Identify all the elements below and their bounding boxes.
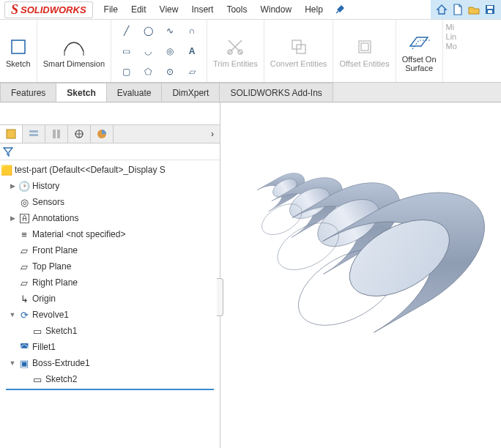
tree-origin[interactable]: ↳Origin	[0, 291, 220, 307]
expand-icon[interactable]: ▶	[7, 214, 18, 222]
cm-tab-sketch[interactable]: Sketch	[56, 83, 106, 102]
panel-tab-config[interactable]	[45, 125, 68, 143]
ribbon-smart-dimension[interactable]: Smart Dimension	[37, 20, 111, 82]
fillet-icon: ◚	[18, 342, 31, 353]
feature-tree: 🟨test-part (Default<<Default>_Display S …	[0, 160, 220, 448]
polygon-tool-icon[interactable]: ⬠	[138, 62, 158, 81]
pin-icon[interactable]	[330, 4, 352, 16]
menu-edit[interactable]: Edit	[125, 0, 153, 19]
offset-icon	[355, 34, 374, 59]
tree-history[interactable]: ▶🕑History	[0, 178, 220, 194]
model-render	[220, 102, 501, 448]
menu-help[interactable]: Help	[298, 0, 330, 19]
origin-icon: ↳	[18, 294, 31, 305]
tree-fillet1[interactable]: ◚Fillet1	[0, 339, 220, 355]
ribbon-offset-label: Offset Entities	[339, 59, 389, 68]
tree-sketch2[interactable]: ▭Sketch2	[0, 371, 220, 387]
tree-sensors[interactable]: ◎Sensors	[0, 194, 220, 210]
cm-tab-features[interactable]: Features	[0, 83, 56, 102]
funnel-icon	[3, 146, 13, 157]
plane-icon: ▱	[18, 245, 31, 256]
collapse-icon[interactable]: ▼	[7, 359, 18, 367]
point-tool-icon[interactable]: ⊙	[160, 62, 180, 81]
tree-right-plane[interactable]: ▱Right Plane	[0, 275, 220, 291]
menu-view[interactable]: View	[153, 0, 185, 19]
menu-insert[interactable]: Insert	[185, 0, 220, 19]
plane-icon: ▱	[18, 277, 31, 288]
cm-tab-addins[interactable]: SOLIDWORKS Add-Ins	[219, 83, 333, 102]
panel-tab-display[interactable]	[91, 125, 114, 143]
menu-tools[interactable]: Tools	[220, 0, 253, 19]
tree-annotations[interactable]: ▶🄰Annotations	[0, 210, 220, 226]
svg-rect-3	[488, 10, 492, 13]
ribbon-side-stack: Mi Lin Mo	[443, 20, 457, 82]
menu-window[interactable]: Window	[253, 0, 298, 19]
offset-surface-icon	[408, 30, 430, 55]
cm-tab-evaluate[interactable]: Evaluate	[106, 83, 163, 102]
ribbon-sketch-label: Sketch	[6, 59, 31, 68]
tree-front-plane[interactable]: ▱Front Plane	[0, 242, 220, 258]
circle-tool-icon[interactable]: ◯	[138, 21, 158, 40]
panel-tab-property[interactable]	[23, 125, 45, 143]
ribbon-offset-surface[interactable]: Offset On Surface	[396, 20, 443, 82]
slot-tool-icon[interactable]: ▢	[116, 62, 136, 81]
ellipse-tool-icon[interactable]: ◎	[160, 42, 180, 61]
panel-tab-more-icon[interactable]: ›	[205, 129, 220, 139]
curve-tool-icon[interactable]: ∩	[182, 21, 202, 40]
svg-rect-16	[53, 130, 56, 138]
sketch-item-icon: ▭	[31, 374, 44, 385]
trim-icon	[226, 34, 245, 59]
menu-file[interactable]: File	[97, 0, 125, 19]
rect-tool-icon[interactable]: ▭	[116, 42, 136, 61]
expand-icon[interactable]: ▶	[7, 182, 18, 190]
tree-root[interactable]: 🟨test-part (Default<<Default>_Display S	[0, 162, 220, 178]
cm-tab-dimxpert[interactable]: DimXpert	[161, 83, 220, 102]
material-icon: ≡	[18, 229, 31, 240]
tree-top-plane[interactable]: ▱Top Plane	[0, 258, 220, 275]
ribbon-convert[interactable]: Convert Entities	[264, 20, 334, 82]
sketch-icon	[8, 34, 29, 59]
ribbon-offsurf-l1: Offset On	[402, 55, 437, 64]
save-icon[interactable]	[482, 1, 498, 18]
smart-dimension-icon	[62, 34, 86, 59]
brand-text: SOLIDWORKS	[21, 4, 86, 15]
panel-collapse-handle[interactable]	[217, 278, 223, 316]
tree-boss-extrude1[interactable]: ▼▣Boss-Extrude1	[0, 355, 220, 371]
side-move[interactable]: Mo	[446, 42, 457, 51]
extrude-icon: ▣	[18, 358, 31, 369]
side-mirror[interactable]: Mi	[446, 23, 457, 32]
ribbon-smartdim-label: Smart Dimension	[43, 59, 105, 68]
ribbon-convert-label: Convert Entities	[270, 59, 327, 68]
svg-rect-2	[487, 6, 493, 9]
home-icon[interactable]	[434, 1, 450, 18]
revolve-icon: ⟳	[18, 310, 31, 321]
text-tool-icon[interactable]: A	[182, 42, 202, 61]
open-icon[interactable]	[466, 1, 482, 18]
svg-rect-4	[12, 40, 25, 53]
line-tool-icon[interactable]: ╱	[116, 21, 136, 40]
ribbon-sketch[interactable]: Sketch	[0, 20, 37, 82]
arc-tool-icon[interactable]: ◡	[138, 42, 158, 61]
tree-material[interactable]: ≡Material <not specified>	[0, 226, 220, 242]
svg-rect-13	[7, 130, 15, 138]
filter-row[interactable]	[0, 143, 220, 160]
svg-rect-14	[29, 130, 38, 132]
svg-rect-12	[361, 43, 368, 51]
spline-tool-icon[interactable]: ∿	[160, 21, 180, 40]
sensors-icon: ◎	[18, 197, 31, 208]
rollback-bar[interactable]	[6, 389, 214, 390]
panel-tab-dimxpert[interactable]	[68, 125, 91, 143]
plane-icon: ▱	[18, 261, 31, 272]
plane-tool-icon[interactable]: ▱	[182, 62, 202, 81]
tree-sketch1[interactable]: ▭Sketch1	[0, 323, 220, 339]
side-linear[interactable]: Lin	[446, 32, 457, 42]
app-brand[interactable]: S SOLIDWORKS	[4, 1, 93, 18]
history-icon: 🕑	[18, 181, 31, 192]
ribbon-offset[interactable]: Offset Entities	[333, 20, 396, 82]
new-icon[interactable]	[450, 1, 466, 18]
graphics-viewport[interactable]: ↖	[220, 102, 501, 448]
ribbon-trim[interactable]: Trim Entities	[207, 20, 264, 82]
collapse-icon[interactable]: ▼	[7, 311, 18, 318]
tree-revolve1[interactable]: ▼⟳Revolve1	[0, 307, 220, 323]
panel-tab-feature-tree[interactable]	[0, 125, 23, 143]
